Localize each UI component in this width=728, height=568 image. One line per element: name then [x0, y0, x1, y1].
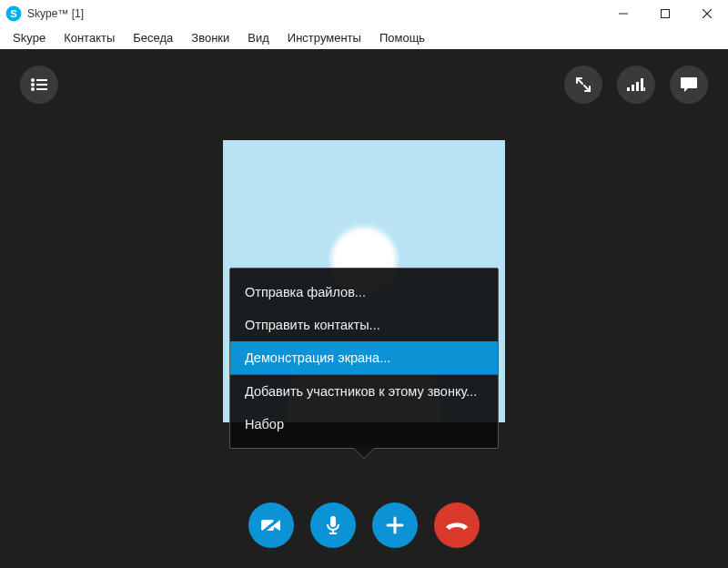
menu-bar: Skype Контакты Беседа Звонки Вид Инструм… [0, 27, 728, 49]
fullscreen-button[interactable] [564, 66, 602, 104]
menu-item-help[interactable]: Помощь [370, 29, 434, 46]
menu-item-skype[interactable]: Skype [4, 29, 55, 46]
skype-logo-icon: S [5, 5, 22, 22]
svg-text:S: S [10, 8, 17, 19]
svg-point-8 [31, 83, 35, 86]
svg-point-6 [31, 78, 35, 82]
svg-rect-12 [627, 87, 630, 91]
chat-button[interactable] [670, 66, 708, 104]
call-area: Отправка файлов... Отправить контакты...… [0, 49, 728, 568]
svg-rect-11 [36, 88, 47, 90]
recent-list-icon [31, 78, 47, 91]
svg-rect-16 [644, 87, 646, 91]
window-controls [602, 0, 728, 27]
svg-rect-14 [636, 82, 639, 91]
chat-icon [680, 76, 698, 93]
popup-item-dial[interactable]: Набор [230, 408, 498, 441]
plus-icon [386, 516, 404, 534]
menu-item-conversation[interactable]: Беседа [124, 29, 182, 46]
svg-rect-7 [36, 79, 47, 81]
microphone-icon [326, 515, 340, 535]
svg-rect-15 [641, 78, 643, 91]
toggle-camera-button[interactable] [248, 502, 294, 548]
popup-item-add-participants[interactable]: Добавить участников к этому звонку... [230, 374, 498, 408]
fullscreen-icon [576, 77, 591, 92]
add-button[interactable] [372, 502, 418, 548]
add-menu-popup: Отправка файлов... Отправить контакты...… [229, 268, 499, 449]
menu-item-calls[interactable]: Звонки [182, 29, 238, 46]
close-button[interactable] [686, 0, 728, 27]
call-quality-icon [627, 78, 645, 91]
camera-off-icon [259, 516, 283, 534]
window-title: Skype™ [1] [27, 7, 84, 20]
popup-item-send-contacts[interactable]: Отправить контакты... [230, 309, 498, 341]
menu-item-tools[interactable]: Инструменты [278, 29, 370, 46]
menu-item-contacts[interactable]: Контакты [55, 29, 124, 46]
call-controls [248, 502, 480, 548]
minimize-button[interactable] [602, 0, 644, 27]
title-bar: S Skype™ [1] [0, 0, 728, 27]
svg-rect-3 [662, 10, 670, 18]
toggle-mic-button[interactable] [310, 502, 356, 548]
svg-rect-9 [36, 84, 47, 86]
svg-point-10 [31, 87, 35, 91]
maximize-button[interactable] [644, 0, 686, 27]
popup-item-send-files[interactable]: Отправка файлов... [230, 276, 498, 309]
call-quality-button[interactable] [617, 66, 655, 104]
recent-list-button[interactable] [20, 66, 58, 104]
svg-rect-13 [632, 85, 634, 91]
popup-item-share-screen[interactable]: Демонстрация экрана... [230, 341, 498, 374]
svg-rect-19 [330, 516, 336, 527]
hangup-icon [444, 520, 470, 531]
hangup-button[interactable] [434, 502, 480, 548]
menu-item-view[interactable]: Вид [238, 29, 278, 46]
